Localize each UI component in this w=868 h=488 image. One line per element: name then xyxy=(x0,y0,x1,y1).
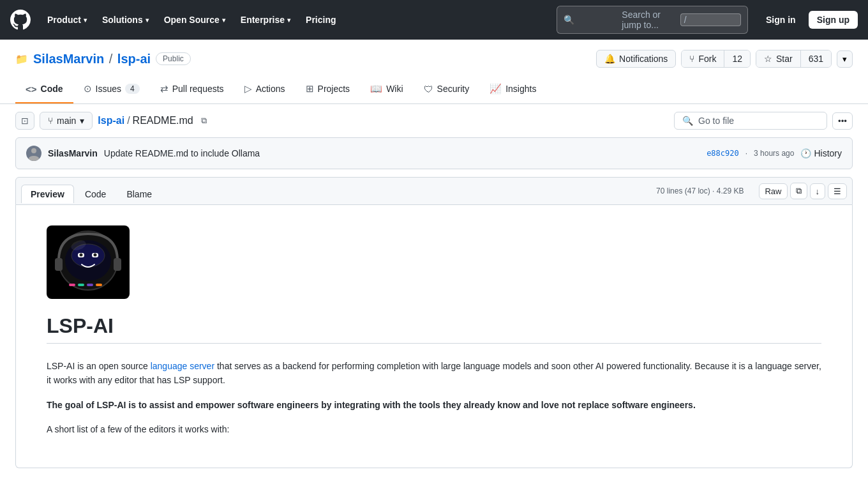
tab-pull-requests[interactable]: ⇄ Pull requests xyxy=(150,75,234,103)
toggle-file-tree-button[interactable]: ⊡ xyxy=(15,112,34,130)
star-count-button[interactable]: 631 xyxy=(801,50,831,67)
code-icon: <> xyxy=(26,84,37,95)
repo-name-link[interactable]: lsp-ai xyxy=(117,52,151,66)
projects-icon: ⊞ xyxy=(306,83,314,95)
signup-button[interactable]: Sign up xyxy=(809,11,858,29)
breadcrumb: SilasMarvin / lsp-ai xyxy=(33,52,151,66)
file-view-tabs: Preview Code Blame xyxy=(16,179,167,203)
issues-badge: 4 xyxy=(125,84,140,94)
solutions-chevron-icon: ▾ xyxy=(146,17,149,24)
download-icon: ↓ xyxy=(816,187,820,196)
file-actions: Raw ⧉ ↓ ☰ xyxy=(754,178,852,204)
github-logo[interactable] xyxy=(10,10,31,30)
enterprise-chevron-icon: ▾ xyxy=(287,17,290,24)
dropdown-chevron-icon: ▾ xyxy=(842,54,847,64)
svg-rect-15 xyxy=(114,258,121,271)
list-view-button[interactable]: ☰ xyxy=(828,183,847,199)
nav-enterprise[interactable]: Enterprise ▾ xyxy=(234,10,297,30)
tab-insights[interactable]: 📈 Insights xyxy=(479,75,546,103)
commit-message: Update README.md to include Ollama xyxy=(104,148,700,158)
nav-links: Product ▾ Solutions ▾ Open Source ▾ Ente… xyxy=(41,10,546,30)
branch-selector-button[interactable]: ⑂ main ▾ xyxy=(40,112,93,130)
copy-raw-button[interactable]: ⧉ xyxy=(790,183,807,199)
download-button[interactable]: ↓ xyxy=(810,183,826,199)
readme-goal-para: The goal of LSP-AI is to assist and empo… xyxy=(47,398,821,412)
tab-preview[interactable]: Preview xyxy=(21,185,74,203)
star-button[interactable]: ☆ Star xyxy=(756,50,801,67)
commit-hash[interactable]: e88c920 xyxy=(707,149,739,158)
nav-auth: Sign in Sign up xyxy=(758,11,858,29)
tab-security[interactable]: 🛡 Security xyxy=(414,75,480,103)
star-icon: ☆ xyxy=(764,54,772,64)
logo-svg xyxy=(50,227,126,298)
readme-editors-intro: A short list of a few of the editors it … xyxy=(47,422,821,436)
tab-code[interactable]: <> Code xyxy=(15,75,73,103)
commit-time: · xyxy=(745,149,747,158)
svg-rect-11 xyxy=(78,284,84,286)
nav-open-source[interactable]: Open Source ▾ xyxy=(158,10,232,30)
commit-author[interactable]: SilasMarvin xyxy=(48,148,98,158)
file-content: LSP-AI LSP-AI is an open source language… xyxy=(15,205,853,468)
commit-timestamp: 3 hours ago xyxy=(754,149,794,158)
more-options-button[interactable]: ••• xyxy=(832,112,853,130)
bell-icon: 🔔 xyxy=(604,54,615,64)
fork-icon: ⑂ xyxy=(689,54,694,64)
history-icon: 🕐 xyxy=(800,148,811,158)
copy-raw-icon: ⧉ xyxy=(796,186,802,196)
branch-icon: ⑂ xyxy=(48,116,53,126)
fork-group: ⑂ Fork 12 xyxy=(681,50,751,68)
search-icon: 🔍 xyxy=(564,15,617,25)
open-source-chevron-icon: ▾ xyxy=(222,17,225,24)
ellipsis-icon: ••• xyxy=(838,116,847,126)
search-shortcut-badge: / xyxy=(680,13,741,26)
tab-wiki[interactable]: 📖 Wiki xyxy=(360,75,413,103)
nav-pricing[interactable]: Pricing xyxy=(299,10,342,30)
tab-code[interactable]: Code xyxy=(75,185,116,203)
raw-button[interactable]: Raw xyxy=(759,183,787,199)
repo-nav: <> Code ⊙ Issues 4 ⇄ Pull requests ▷ Act… xyxy=(15,75,853,103)
svg-point-8 xyxy=(94,253,97,256)
star-dropdown-button[interactable]: ▾ xyxy=(837,50,853,68)
issue-icon: ⊙ xyxy=(84,83,92,95)
notifications-button[interactable]: 🔔 Notifications xyxy=(596,50,676,68)
avatar xyxy=(26,146,41,161)
top-nav: Product ▾ Solutions ▾ Open Source ▾ Ente… xyxy=(0,0,868,40)
visibility-badge: Public xyxy=(156,52,191,65)
file-tree-icon: ⊡ xyxy=(21,116,29,126)
search-bar[interactable]: 🔍 Search or jump to... / xyxy=(557,6,748,34)
fork-count-button[interactable]: 12 xyxy=(724,50,750,67)
breadcrumb-repo-link[interactable]: lsp-ai xyxy=(98,115,124,126)
nav-solutions[interactable]: Solutions ▾ xyxy=(96,10,155,30)
repo-header: 📁 SilasMarvin / lsp-ai Public 🔔 Notifica… xyxy=(0,40,868,104)
product-chevron-icon: ▾ xyxy=(84,17,87,24)
copy-icon: ⧉ xyxy=(201,116,207,125)
fork-button[interactable]: ⑂ Fork xyxy=(682,50,724,67)
wiki-icon: 📖 xyxy=(370,83,382,95)
repo-icon: 📁 xyxy=(15,53,28,65)
nav-product[interactable]: Product ▾ xyxy=(41,10,93,30)
file-view-tabs-row: Preview Code Blame 70 lines (47 loc) · 4… xyxy=(15,177,853,205)
history-button[interactable]: 🕐 History xyxy=(800,148,842,158)
readme-logo xyxy=(47,225,130,299)
tab-projects[interactable]: ⊞ Projects xyxy=(296,75,361,103)
tab-actions[interactable]: ▷ Actions xyxy=(234,75,296,103)
copy-path-button[interactable]: ⧉ xyxy=(198,113,209,128)
insights-icon: 📈 xyxy=(490,83,502,95)
svg-point-1 xyxy=(29,156,39,161)
breadcrumb-sep: / xyxy=(127,115,130,126)
readme-title: LSP-AI xyxy=(47,314,821,344)
repo-owner-link[interactable]: SilasMarvin xyxy=(33,52,104,66)
language-server-link[interactable]: language server xyxy=(151,361,214,371)
svg-rect-10 xyxy=(69,284,75,286)
signin-button[interactable]: Sign in xyxy=(758,11,804,28)
svg-rect-12 xyxy=(87,284,93,286)
commit-row: SilasMarvin Update README.md to include … xyxy=(15,137,853,169)
goto-file-search[interactable]: 🔍 Go to file xyxy=(674,112,827,130)
star-group: ☆ Star 631 xyxy=(756,50,832,68)
tab-issues[interactable]: ⊙ Issues 4 xyxy=(73,75,150,103)
repo-actions: 🔔 Notifications ⑂ Fork 12 ☆ Star 631 ▾ xyxy=(596,50,853,68)
pr-icon: ⇄ xyxy=(160,83,168,95)
breadcrumb-separator: / xyxy=(109,52,116,66)
readme-intro-para: LSP-AI is an open source language server… xyxy=(47,359,821,388)
tab-blame[interactable]: Blame xyxy=(117,185,161,203)
